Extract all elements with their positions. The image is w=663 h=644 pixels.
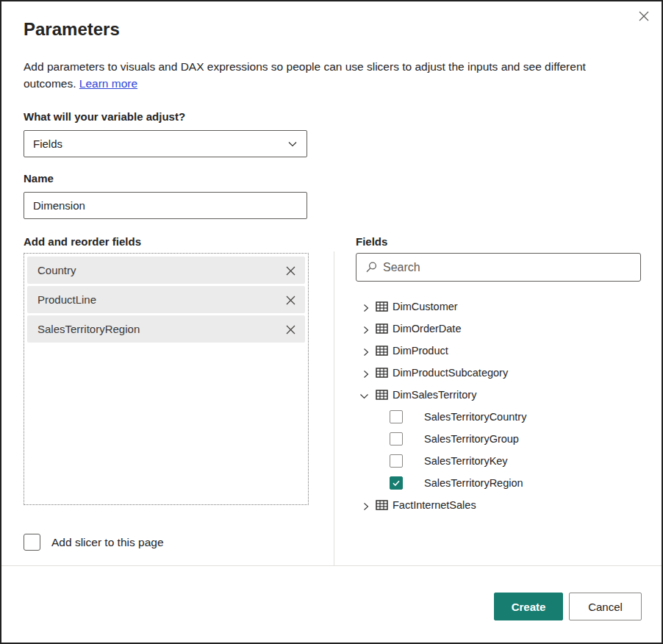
- table-name: DimProduct: [393, 340, 448, 362]
- learn-more-link[interactable]: Learn more: [79, 77, 137, 90]
- remove-field-button[interactable]: [282, 321, 299, 338]
- variable-adjust-dropdown[interactable]: Fields: [24, 130, 307, 157]
- close-button[interactable]: [635, 7, 653, 25]
- chip-label: ProductLine: [37, 286, 96, 313]
- chevron-right-icon[interactable]: [362, 346, 370, 359]
- tree-item-dimproduct[interactable]: DimProduct: [356, 340, 650, 362]
- footer-divider: [1, 565, 662, 566]
- salesterritorycountry-checkbox[interactable]: [390, 410, 403, 423]
- chevron-right-icon[interactable]: [362, 302, 370, 315]
- close-icon: [285, 265, 296, 276]
- chip-label: Country: [37, 257, 76, 284]
- tree-item-factinternetsales[interactable]: FactInternetSales: [356, 494, 650, 516]
- chevron-down-icon[interactable]: [359, 390, 369, 404]
- table-name: DimSalesTerritory: [393, 384, 476, 406]
- panel-divider: [334, 251, 334, 565]
- chevron-down-icon: [287, 139, 298, 152]
- parameters-dialog: Parameters Add parameters to visuals and…: [0, 0, 663, 644]
- field-name: SalesTerritoryKey: [424, 450, 508, 472]
- fields-tree: DimCustomer DimOrderDate: [356, 296, 650, 516]
- close-icon: [638, 10, 650, 22]
- search-input[interactable]: [383, 254, 633, 280]
- field-name: SalesTerritoryRegion: [424, 472, 523, 494]
- chip-label: SalesTerritoryRegion: [37, 315, 140, 343]
- tree-item-dimcustomer[interactable]: DimCustomer: [356, 296, 650, 318]
- reorder-fields-label: Add and reorder fields: [24, 235, 141, 248]
- table-icon: [376, 345, 388, 359]
- tree-field-salesterritoryregion[interactable]: SalesTerritoryRegion: [356, 472, 650, 494]
- table-name: DimCustomer: [393, 296, 458, 318]
- name-label: Name: [24, 172, 54, 185]
- fields-panel-label: Fields: [356, 235, 387, 248]
- table-name: DimProductSubcategory: [393, 362, 508, 384]
- variable-adjust-label: What will your variable adjust?: [24, 110, 185, 123]
- close-icon: [285, 295, 296, 306]
- name-input[interactable]: [24, 192, 307, 219]
- salesterritorykey-checkbox[interactable]: [390, 454, 403, 468]
- field-chip-productline[interactable]: ProductLine: [27, 286, 305, 313]
- salesterritoryregion-checkbox[interactable]: [390, 476, 403, 490]
- table-icon: [376, 389, 388, 404]
- field-chip-country[interactable]: Country: [27, 257, 305, 284]
- add-slicer-checkbox[interactable]: [24, 534, 40, 551]
- table-name: DimOrderDate: [393, 318, 461, 340]
- table-name: FactInternetSales: [393, 494, 476, 516]
- remove-field-button[interactable]: [282, 262, 299, 279]
- tree-field-salesterritorygroup[interactable]: SalesTerritoryGroup: [356, 428, 650, 450]
- close-icon: [285, 324, 296, 335]
- field-name: SalesTerritoryGroup: [424, 428, 519, 450]
- tree-item-dimproductsubcategory[interactable]: DimProductSubcategory: [356, 362, 650, 384]
- field-chip-salesterritoryregion[interactable]: SalesTerritoryRegion: [27, 315, 305, 343]
- salesterritorygroup-checkbox[interactable]: [390, 432, 403, 446]
- tree-item-dimorderdate[interactable]: DimOrderDate: [356, 318, 650, 340]
- table-icon: [376, 367, 388, 382]
- table-icon: [376, 499, 388, 514]
- page-title: Parameters: [24, 19, 120, 40]
- table-icon: [376, 301, 388, 315]
- chevron-right-icon[interactable]: [362, 368, 370, 382]
- dropdown-selected-value: Fields: [33, 131, 62, 157]
- fields-search-box: [356, 253, 641, 282]
- cancel-button[interactable]: Cancel: [569, 593, 642, 620]
- remove-field-button[interactable]: [282, 291, 299, 309]
- add-slicer-row: Add slicer to this page: [24, 534, 164, 551]
- create-button[interactable]: Create: [494, 593, 563, 620]
- reorder-fields-list: Country ProductLine SalesTerritoryRegion: [24, 253, 309, 505]
- check-icon: [392, 479, 401, 487]
- table-icon: [376, 323, 388, 337]
- add-slicer-label: Add slicer to this page: [51, 536, 164, 549]
- tree-item-dimsalesterritory[interactable]: DimSalesTerritory: [356, 384, 650, 406]
- chevron-right-icon[interactable]: [362, 501, 370, 514]
- field-name: SalesTerritoryCountry: [424, 406, 526, 428]
- search-icon: [365, 261, 378, 277]
- tree-field-salesterritorycountry[interactable]: SalesTerritoryCountry: [356, 406, 650, 428]
- chevron-right-icon[interactable]: [362, 324, 370, 337]
- tree-field-salesterritorykey[interactable]: SalesTerritoryKey: [356, 450, 650, 472]
- dialog-description: Add parameters to visuals and DAX expres…: [24, 58, 612, 92]
